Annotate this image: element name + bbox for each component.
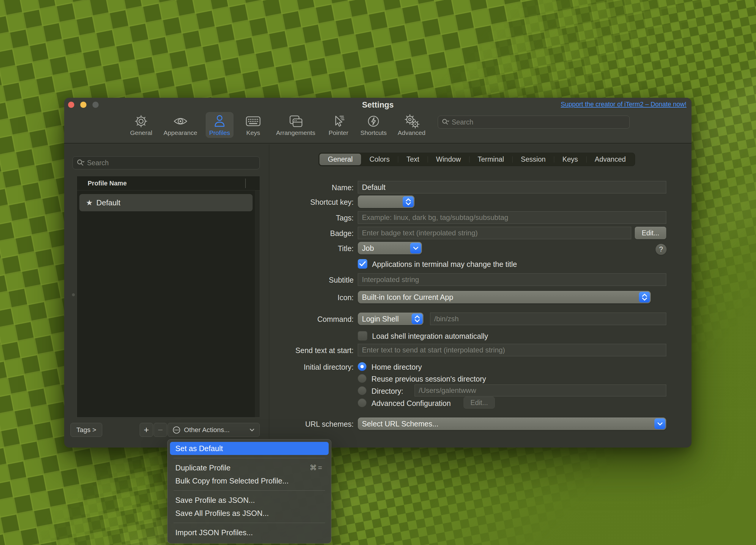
badge-field[interactable]: Enter badge text (interpolated string): [358, 227, 631, 239]
menu-item-duplicate-profile[interactable]: Duplicate Profile⌘=: [170, 461, 329, 474]
stepper-chevrons-icon: [412, 314, 423, 324]
menu-item-import-json-profiles[interactable]: Import JSON Profiles...: [170, 526, 329, 539]
menu-item-set-as-default[interactable]: Set as Default: [170, 442, 329, 455]
tags-button[interactable]: Tags >: [70, 423, 102, 437]
shortcut-key-label: Shortcut key:: [275, 198, 354, 207]
menu-item-label: Import JSON Profiles...: [175, 528, 253, 537]
toolbar-item-label: Profiles: [209, 129, 230, 136]
tab-general[interactable]: General: [319, 154, 361, 165]
toolbar-item-label: Keys: [245, 129, 262, 136]
toolbar-item-label: Shortcuts: [360, 129, 387, 136]
send-text-field[interactable]: Enter text to send at start (interpolate…: [358, 344, 666, 356]
tab-keys[interactable]: Keys: [554, 154, 586, 165]
title-dropdown[interactable]: Job: [358, 242, 422, 254]
shortcut-key-dropdown[interactable]: [358, 196, 415, 208]
donate-link[interactable]: Support the creator of iTerm2 – Donate n…: [561, 101, 686, 108]
default-star-icon: ★: [86, 198, 93, 207]
menu-item-label: Bulk Copy from Selected Profile...: [175, 477, 289, 485]
command-path-field[interactable]: /bin/zsh: [430, 313, 666, 325]
menu-item-label: Save Profile as JSON...: [175, 496, 255, 505]
radio-directory[interactable]: [358, 386, 366, 395]
menu-separator: [174, 458, 325, 458]
search-icon: [76, 159, 85, 167]
menu-item-save-profile-as-json[interactable]: Save Profile as JSON...: [170, 494, 329, 507]
profile-name: Default: [96, 199, 120, 207]
title-change-checkbox[interactable]: [358, 259, 367, 269]
scrollbar-track[interactable]: [255, 190, 260, 417]
profile-search-field[interactable]: Search: [73, 156, 260, 169]
toolbar-item-arrangements[interactable]: Arrangements: [273, 112, 319, 138]
url-schemes-dropdown[interactable]: Select URL Schemes...: [358, 418, 666, 430]
send-text-placeholder: Enter text to send at start (interpolate…: [362, 346, 505, 354]
profile-list-header[interactable]: Profile Name: [77, 176, 260, 190]
toolbar-item-advanced[interactable]: Advanced: [394, 112, 429, 138]
tags-field[interactable]: Example: linux, dark bg, tag/subtag/subs…: [358, 211, 666, 224]
shell-integration-checkbox-label[interactable]: Load shell integration automatically: [372, 332, 488, 341]
toolbar-item-keys[interactable]: Keys: [241, 112, 265, 138]
cursor-icon: [329, 114, 349, 129]
add-profile-button[interactable]: +: [140, 423, 153, 437]
directory-field[interactable]: /Users/galentwww: [415, 385, 666, 396]
radio-advanced-configuration[interactable]: [358, 398, 366, 407]
url-schemes-label: URL schemes:: [275, 420, 354, 429]
subtitle-placeholder: Interpolated string: [362, 275, 419, 284]
shell-integration-checkbox[interactable]: [358, 331, 367, 341]
bolt-icon: [360, 114, 387, 129]
menu-item-bulk-copy-from-selected-profile[interactable]: Bulk Copy from Selected Profile...: [170, 474, 329, 487]
profile-row-default[interactable]: ★ Default: [79, 194, 253, 211]
tab-session[interactable]: Session: [512, 154, 554, 165]
title-change-checkbox-label[interactable]: Applications in terminal may change the …: [372, 260, 517, 269]
subtitle-field[interactable]: Interpolated string: [358, 273, 666, 286]
toolbar-item-profiles[interactable]: Profiles: [206, 112, 234, 138]
toolbar-item-label: Arrangements: [276, 129, 315, 136]
toolbar-item-pointer[interactable]: Pointer: [325, 112, 352, 138]
keyboard-icon: [245, 114, 262, 129]
subtitle-label: Subtitle: [275, 276, 354, 284]
icon-label: Icon:: [275, 293, 354, 302]
menu-separator: [174, 490, 325, 491]
ellipsis-circle-icon: [172, 426, 181, 434]
menu-item-shortcut: ⌘=: [310, 464, 323, 472]
column-divider[interactable]: [245, 179, 246, 188]
icon-dropdown[interactable]: Built-in Icon for Current App: [358, 291, 651, 303]
person-icon: [209, 114, 230, 129]
radio-advanced-configuration-label[interactable]: Advanced Configuration: [371, 399, 451, 408]
tab-colors[interactable]: Colors: [361, 154, 398, 165]
tab-terminal[interactable]: Terminal: [469, 154, 512, 165]
toolbar-item-general[interactable]: General: [127, 112, 156, 138]
radio-home-directory-label[interactable]: Home directory: [371, 363, 422, 371]
tab-text[interactable]: Text: [398, 154, 428, 165]
command-path-text: /bin/zsh: [434, 315, 459, 323]
tab-advanced[interactable]: Advanced: [586, 154, 634, 165]
toolbar-item-label: General: [130, 129, 152, 136]
desktop: Settings Support the creator of iTerm2 –…: [0, 0, 756, 545]
tab-window[interactable]: Window: [428, 154, 469, 165]
title-value: Job: [362, 244, 374, 253]
radio-home-directory[interactable]: [358, 362, 366, 371]
window-chrome: Settings Support the creator of iTerm2 –…: [64, 98, 692, 144]
help-button[interactable]: ?: [656, 244, 667, 255]
profile-search-placeholder: Search: [87, 159, 109, 167]
other-actions-dropdown[interactable]: Other Actions...: [168, 423, 260, 437]
advanced-configuration-edit-button[interactable]: Edit...: [464, 397, 495, 409]
toolbar-search-placeholder: Search: [452, 118, 473, 126]
stepper-chevrons-icon: [403, 196, 414, 207]
toolbar-item-appearance[interactable]: Appearance: [160, 112, 201, 138]
remove-profile-button[interactable]: −: [154, 423, 167, 437]
name-field[interactable]: Default: [358, 181, 666, 193]
gear-icon: [130, 114, 152, 129]
profile-name-column-header[interactable]: Profile Name: [88, 180, 127, 187]
toolbar-item-shortcuts[interactable]: Shortcuts: [357, 112, 390, 138]
windows-icon: [276, 114, 315, 129]
menu-item-save-all-profiles-as-json[interactable]: Save All Profiles as JSON...: [170, 507, 329, 520]
splitter-handle[interactable]: [72, 293, 75, 296]
send-text-label: Send text at start:: [275, 346, 354, 355]
toolbar-search-field[interactable]: Search: [438, 116, 630, 129]
tags-placeholder: Example: linux, dark bg, tag/subtag/subs…: [362, 213, 508, 222]
command-dropdown[interactable]: Login Shell: [358, 313, 423, 325]
profile-list: Profile Name ★ Default: [77, 176, 260, 418]
badge-edit-button[interactable]: Edit...: [635, 227, 666, 239]
radio-reuse-previous-label[interactable]: Reuse previous session's directory: [371, 375, 486, 383]
radio-directory-label[interactable]: Directory:: [371, 387, 403, 396]
radio-reuse-previous[interactable]: [358, 374, 366, 383]
